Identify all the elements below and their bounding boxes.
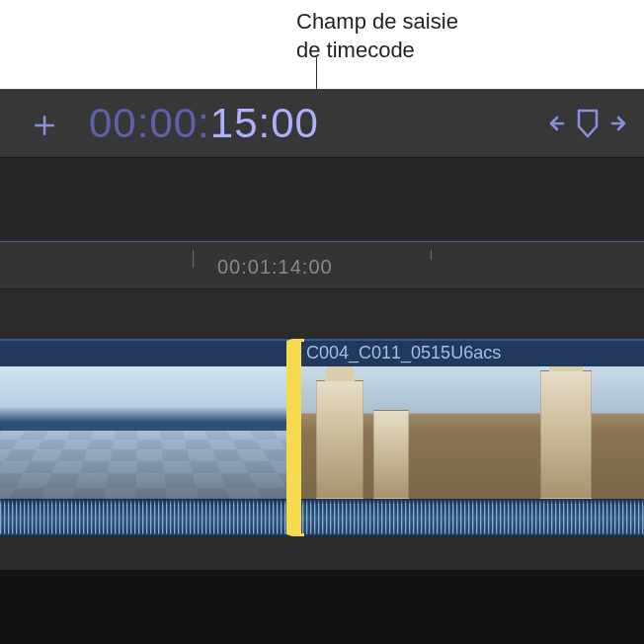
timecode-dim-part: 00:00: xyxy=(89,100,210,146)
timeline-clip[interactable]: C004_C011_0515U6acs xyxy=(292,339,644,536)
clip-title: C004_C011_0515U6acs xyxy=(298,341,644,366)
skim-playhead-icon[interactable] xyxy=(549,107,626,140)
index-bar xyxy=(0,158,644,242)
ruler-tick xyxy=(431,250,432,260)
clip-audio-waveform xyxy=(0,499,286,536)
ruler-timecode: 00:01:14:00 xyxy=(217,256,333,279)
clip-filmstrip xyxy=(0,366,286,499)
annotation-callout: Champ de saisie de timecode xyxy=(296,8,458,64)
ruler-tick xyxy=(193,250,194,268)
clip-title xyxy=(0,341,286,366)
timeline-gap xyxy=(0,289,644,339)
timecode-field[interactable]: 00:00:15:00 xyxy=(89,100,531,147)
add-clip-button[interactable]: ＋ xyxy=(18,103,71,144)
annotation-line-2: de timecode xyxy=(296,37,458,65)
clip-audio-waveform xyxy=(298,499,644,536)
timeline-bottom-bar xyxy=(0,570,644,644)
clip-filmstrip xyxy=(298,366,644,499)
annotation-line-1: Champ de saisie xyxy=(296,8,458,37)
timecode-bright-part: 15:00 xyxy=(210,100,319,146)
editor-panel: ＋ 00:00:15:00 00:01:14:00 xyxy=(0,89,644,644)
primary-storyline[interactable]: C004_C011_0515U6acs xyxy=(0,339,644,536)
timecode-toolbar: ＋ 00:00:15:00 xyxy=(0,89,644,158)
timeline-ruler[interactable]: 00:01:14:00 xyxy=(0,242,644,289)
timeline-clip[interactable] xyxy=(0,339,292,536)
